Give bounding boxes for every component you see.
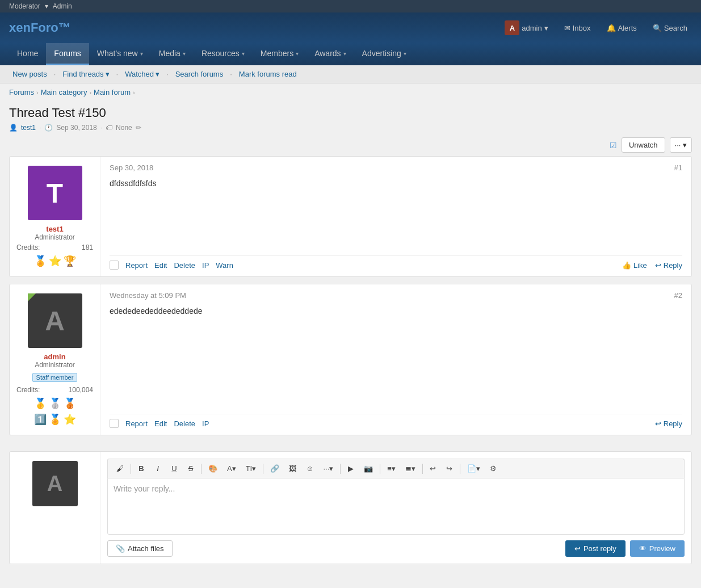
nav-forums[interactable]: Forums	[46, 43, 89, 65]
reply-text-input[interactable]: Write your reply...	[107, 478, 685, 535]
award-icon: 🥉	[64, 397, 76, 410]
thread-meta: 👤 test1 · 🕐 Sep 30, 2018 · 🏷 None ✏	[9, 124, 692, 132]
toolbar-more-btn[interactable]: ···▾	[320, 463, 338, 474]
awards-test1: 🏅 ⭐ 🏆	[16, 255, 93, 267]
toolbar-sep	[201, 464, 202, 474]
post-checkbox-2[interactable]	[110, 419, 119, 428]
post-checkbox-1[interactable]	[110, 261, 119, 270]
edit-btn-1[interactable]: Edit	[154, 261, 167, 270]
toolbar-undo-btn[interactable]: ↩	[426, 463, 440, 474]
breadcrumb-forums[interactable]: Forums	[9, 88, 34, 96]
toolbar-underline-btn[interactable]: U	[167, 463, 182, 474]
chevron-down-icon: ▾	[544, 24, 548, 32]
subnav-mark-forums-read[interactable]: Mark forums read	[236, 69, 300, 79]
toolbar-sep	[131, 464, 131, 474]
thread-author-link[interactable]: test1	[21, 124, 36, 132]
toolbar-align-btn[interactable]: ≡▾	[383, 463, 400, 474]
subnav-watched[interactable]: Watched ▾	[121, 69, 163, 79]
award-icon: 🥈	[49, 397, 61, 410]
toolbar-settings-btn[interactable]: ⚙	[486, 463, 501, 474]
admin-topbar-link[interactable]: Admin	[53, 2, 72, 10]
reply-author-avatar: A	[32, 461, 78, 506]
attach-files-button[interactable]: 📎 Attach files	[107, 540, 173, 557]
nav-resources[interactable]: Resources ▾	[194, 43, 253, 65]
ip-btn-2[interactable]: IP	[202, 419, 209, 428]
toolbar-image-btn[interactable]: 🖼	[285, 463, 300, 474]
nav-members[interactable]: Members ▾	[253, 43, 307, 65]
post-body-2: edededeededdeededdede	[110, 306, 682, 405]
post-author-2: A admin Administrator Staff member Credi…	[10, 284, 100, 435]
admin-avatar: A	[505, 20, 519, 35]
toolbar-media-btn[interactable]: ▶	[343, 463, 358, 474]
post-right-actions-2: ↩ Reply	[655, 419, 682, 428]
breadcrumb-sep: ›	[89, 89, 91, 96]
toolbar-textformat-btn[interactable]: TI▾	[242, 463, 261, 474]
reply-btn-1[interactable]: ↩ Reply	[655, 261, 682, 270]
author-name-test1[interactable]: test1	[16, 225, 93, 233]
toolbar-list-btn[interactable]: ≣▾	[401, 463, 419, 474]
post-actions-1: Report Edit Delete IP Warn	[110, 261, 233, 270]
author-credits-admin: Credits: 100,004	[16, 386, 93, 394]
chevron-down-icon: ▾	[404, 51, 406, 57]
toolbar-link-btn[interactable]: 🔗	[266, 463, 283, 474]
delete-btn-1[interactable]: Delete	[174, 261, 195, 270]
report-btn-1[interactable]: Report	[125, 261, 148, 270]
toolbar-sep	[380, 464, 380, 474]
preview-label: Preview	[649, 544, 675, 553]
author-credits-test1: Credits: 181	[16, 243, 93, 251]
search-btn[interactable]: 🔍 Search	[648, 22, 692, 35]
toolbar-camera-btn[interactable]: 📷	[360, 463, 377, 474]
post-body-1: dfdssdfdfsfds	[110, 179, 682, 246]
logo[interactable]: xenForo™	[9, 20, 71, 35]
subnav-new-posts[interactable]: New posts	[9, 69, 51, 79]
toolbar-redo-btn[interactable]: ↪	[442, 463, 457, 474]
preview-button[interactable]: 👁 Preview	[630, 540, 685, 557]
post-header-1: Sep 30, 2018 #1	[110, 163, 682, 172]
reply-btn-2[interactable]: ↩ Reply	[655, 419, 682, 428]
author-name-admin[interactable]: admin	[16, 352, 93, 361]
nav-media[interactable]: Media ▾	[151, 43, 194, 65]
nav-whats-new[interactable]: What's new ▾	[89, 43, 151, 65]
unwatch-button[interactable]: Unwatch	[622, 137, 665, 153]
thread-actions: ☑ Unwatch ··· ▾	[0, 134, 701, 156]
like-btn-1[interactable]: 👍 Like	[622, 261, 647, 270]
reply-editor: 🖌 B I U S 🎨 A▾ TI▾ 🔗 🖼 ☺ ···▾ ▶ 📷 ≡▾ ≣▾ …	[100, 452, 691, 564]
toolbar-bold-btn[interactable]: B	[134, 463, 149, 474]
warn-btn-1[interactable]: Warn	[216, 261, 233, 270]
main-nav: Home Forums What's new ▾ Media ▾ Resourc…	[0, 43, 701, 65]
moderator-link[interactable]: Moderator	[9, 2, 40, 10]
report-btn-2[interactable]: Report	[125, 419, 148, 428]
subnav-find-threads[interactable]: Find threads ▾	[59, 69, 112, 79]
toolbar-fontsize-btn[interactable]: A▾	[223, 463, 240, 474]
edit-icon: ✏	[136, 124, 141, 132]
breadcrumb-main-forum[interactable]: Main forum	[94, 88, 131, 96]
inbox-btn[interactable]: ✉ Inbox	[560, 22, 595, 35]
logo-foro: Foro™	[31, 20, 71, 35]
toolbar-italic-btn[interactable]: I	[150, 463, 165, 474]
toolbar-strikethrough-btn[interactable]: S	[183, 463, 198, 474]
search-label: Search	[664, 24, 687, 32]
toolbar-brush-btn[interactable]: 🖌	[112, 463, 128, 474]
ip-btn-1[interactable]: IP	[202, 261, 209, 270]
admin-user-btn[interactable]: A admin ▾	[500, 18, 552, 37]
post-content-1: Sep 30, 2018 #1 dfdssdfdfsfds Report Edi…	[100, 157, 691, 276]
nav-advertising[interactable]: Advertising ▾	[354, 43, 414, 65]
breadcrumb-main-category[interactable]: Main category	[41, 88, 87, 96]
edit-btn-2[interactable]: Edit	[154, 419, 167, 428]
nav-awards[interactable]: Awards ▾	[307, 43, 354, 65]
chevron-down-icon: ▾	[296, 51, 299, 57]
toolbar-emoji-btn[interactable]: ☺	[302, 463, 317, 474]
post-footer-2: Report Edit Delete IP ↩ Reply	[110, 414, 682, 428]
nav-home[interactable]: Home	[9, 43, 46, 65]
post-header-2: Wednesday at 5:09 PM #2	[110, 291, 682, 300]
post-date-1: Sep 30, 2018	[110, 163, 153, 172]
delete-btn-2[interactable]: Delete	[174, 419, 195, 428]
more-options-button[interactable]: ··· ▾	[670, 137, 692, 153]
toolbar-color-btn[interactable]: 🎨	[204, 463, 221, 474]
subnav-search-forums[interactable]: Search forums	[172, 69, 227, 79]
editor-toolbar: 🖌 B I U S 🎨 A▾ TI▾ 🔗 🖼 ☺ ···▾ ▶ 📷 ≡▾ ≣▾ …	[107, 459, 685, 478]
toolbar-insert-btn[interactable]: 📄▾	[463, 463, 484, 474]
inbox-icon: ✉	[564, 24, 570, 32]
alerts-btn[interactable]: 🔔 Alerts	[602, 22, 641, 35]
post-reply-button[interactable]: ↩ Post reply	[565, 540, 626, 557]
